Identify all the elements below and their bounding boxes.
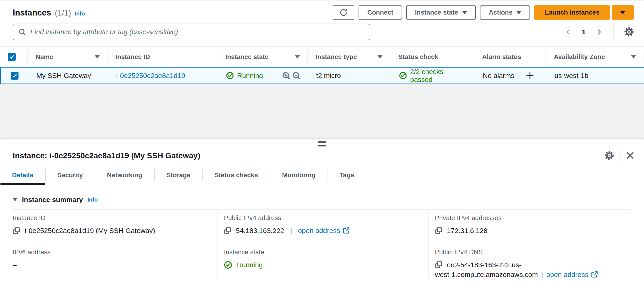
column-header-alarm-status[interactable]: Alarm status xyxy=(474,47,546,67)
filter-icon[interactable] xyxy=(631,55,636,58)
column-header-instance-id[interactable]: Instance ID xyxy=(108,47,218,67)
panel-controls xyxy=(605,150,635,162)
summary-column-3: Private IPv4 addresses 172.31.6.128 Publ… xyxy=(428,210,631,280)
cell-status-check: 2/2 checks passed xyxy=(391,68,475,84)
tab-status-checks[interactable]: Status checks xyxy=(202,168,270,182)
plus-icon xyxy=(526,71,534,80)
title-row: Instances (1/1) Info Connect Instance st… xyxy=(13,5,634,20)
tab-storage[interactable]: Storage xyxy=(154,168,202,182)
separator: | xyxy=(290,226,292,236)
panel-tabs: Details Security Networking Storage Stat… xyxy=(0,168,644,185)
cell-instance-type: t2.micro xyxy=(308,68,391,84)
collapse-icon[interactable] xyxy=(13,198,17,201)
panel-preferences-button[interactable] xyxy=(605,151,614,160)
summary-column-2: Public IPv4 address 54.183.163.222 | ope… xyxy=(218,210,428,280)
copy-icon[interactable] xyxy=(435,261,442,268)
column-header-status-check[interactable]: Status check xyxy=(390,47,474,67)
divider xyxy=(620,150,620,162)
tab-tags[interactable]: Tags xyxy=(328,168,366,182)
open-address-link[interactable]: open address xyxy=(298,226,350,236)
copy-icon[interactable] xyxy=(435,227,442,234)
instance-state-label: Instance state xyxy=(415,9,458,16)
instance-state-value: Running xyxy=(237,72,263,80)
public-ipv4-field: 54.183.163.222 | open address xyxy=(224,226,428,236)
tab-networking[interactable]: Networking xyxy=(95,168,154,182)
tab-security[interactable]: Security xyxy=(45,168,95,182)
search-icon xyxy=(18,28,26,36)
previous-page-button[interactable] xyxy=(563,27,574,37)
column-label: Instance state xyxy=(225,53,268,60)
field-label: Instance ID xyxy=(13,214,218,222)
tab-monitoring[interactable]: Monitoring xyxy=(270,168,328,182)
search-input[interactable] xyxy=(30,28,364,36)
column-label: Name xyxy=(36,53,53,60)
cell-availability-zone: us-west-1b xyxy=(546,68,644,84)
next-page-button[interactable] xyxy=(594,27,604,37)
table-row[interactable]: My SSH Gateway i-0e25250c2ae8a1d19 Runni… xyxy=(0,67,644,84)
instance-detail-panel: Instance: i-0e25250c2ae8a1d19 (My SSH Ga… xyxy=(0,139,644,292)
launch-instances-menu-button[interactable] xyxy=(612,5,634,20)
add-alarm-button[interactable] xyxy=(526,71,534,80)
open-address-label: open address xyxy=(298,227,340,234)
summary-title: Instance summary xyxy=(22,196,83,204)
search-box xyxy=(13,24,370,40)
check-circle-icon xyxy=(224,261,232,269)
availability-zone-value: us-west-1b xyxy=(554,72,588,80)
close-icon xyxy=(626,151,635,160)
zoom-in-icon[interactable] xyxy=(282,72,290,80)
tab-details[interactable]: Details xyxy=(0,168,45,182)
check-circle-icon xyxy=(226,72,234,80)
column-label: Alarm status xyxy=(482,53,522,60)
actions-label: Actions xyxy=(489,9,512,16)
toolbar-buttons: Connect Instance state Actions Launch in… xyxy=(333,5,634,20)
chevron-down-icon xyxy=(462,11,467,14)
instance-state-dropdown[interactable]: Instance state xyxy=(406,5,476,20)
summary-header: Instance summary Info xyxy=(13,196,631,204)
table-empty-area xyxy=(0,84,644,139)
column-header-availability-zone[interactable]: Availability Zone xyxy=(546,47,644,67)
refresh-button[interactable] xyxy=(333,5,354,20)
zoom-out-icon[interactable] xyxy=(292,72,300,80)
field-label: Private IPv4 addresses xyxy=(435,214,631,222)
filter-icon[interactable] xyxy=(295,55,300,58)
instance-id-value: i-0e25250c2ae8a1d19 (My SSH Gateway) xyxy=(25,226,155,236)
cell-instance-state: Running xyxy=(218,68,308,84)
cell-alarm-status: No alarms xyxy=(475,68,546,84)
instance-id-link[interactable]: i-0e25250c2ae8a1d19 xyxy=(116,72,185,80)
panel-resize-handle[interactable] xyxy=(318,141,326,148)
panel-close-button[interactable] xyxy=(626,151,635,160)
gear-icon xyxy=(605,151,614,160)
connect-button[interactable]: Connect xyxy=(358,5,402,20)
select-all-checkbox[interactable] xyxy=(8,53,16,61)
ec2-instances-console: Instances (1/1) Info Connect Instance st… xyxy=(0,0,644,292)
field-label: Instance state xyxy=(224,248,428,256)
column-header-instance-type[interactable]: Instance type xyxy=(308,47,390,67)
divider xyxy=(614,26,614,38)
row-checkbox[interactable] xyxy=(11,72,18,80)
copy-icon[interactable] xyxy=(224,227,231,234)
open-address-link[interactable]: open address xyxy=(546,271,598,278)
column-label: Instance ID xyxy=(116,53,150,60)
page-title: Instances xyxy=(13,8,51,18)
column-header-instance-state[interactable]: Instance state xyxy=(218,47,308,67)
separator: | xyxy=(541,271,543,278)
search-row: 1 xyxy=(13,24,634,40)
copy-icon[interactable] xyxy=(13,227,20,234)
public-dns-line1: ec2-54-183-163-222.us- xyxy=(447,261,522,269)
column-label: Instance type xyxy=(316,53,357,60)
launch-instances-button[interactable]: Launch instances xyxy=(534,5,610,20)
external-link-icon xyxy=(343,227,350,234)
instance-state-field: Running xyxy=(224,260,428,270)
column-header-name[interactable]: Name xyxy=(28,47,108,67)
refresh-icon xyxy=(339,8,348,17)
open-address-label: open address xyxy=(546,271,588,278)
filter-icon[interactable] xyxy=(94,55,100,58)
info-link[interactable]: Info xyxy=(88,196,98,203)
filter-icon[interactable] xyxy=(378,55,382,58)
ipv6-value: – xyxy=(13,260,17,270)
info-link[interactable]: Info xyxy=(75,10,85,17)
field-label: Public IPv4 DNS xyxy=(435,248,631,256)
actions-dropdown[interactable]: Actions xyxy=(480,5,530,20)
preferences-button[interactable] xyxy=(624,27,634,37)
public-dns-field: ec2-54-183-163-222.us- west-1.compute.am… xyxy=(435,260,631,280)
